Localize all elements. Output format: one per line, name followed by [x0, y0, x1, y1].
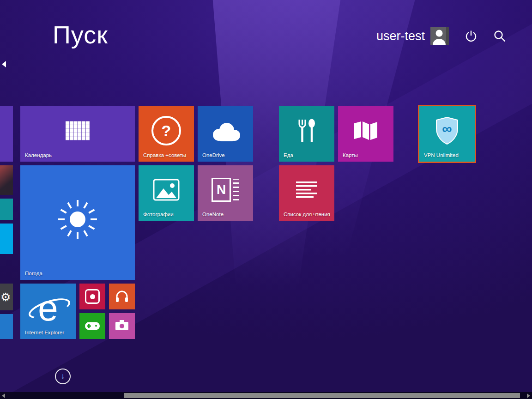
edge-tile[interactable] [0, 199, 13, 220]
internet-explorer-icon: e [29, 289, 67, 327]
search-icon[interactable] [493, 30, 506, 42]
tile-video[interactable] [79, 284, 105, 309]
apps-view-button[interactable]: ↓ [55, 369, 71, 384]
scroll-right-arrow-icon[interactable] [527, 393, 530, 398]
edge-tile[interactable] [0, 224, 13, 254]
tile-label: Справка +советы [143, 152, 186, 159]
down-arrow-icon: ↓ [61, 372, 65, 381]
user-name[interactable]: user-test [376, 29, 425, 43]
tile-label: Карты [343, 152, 358, 159]
vpn-shield-icon: ∞ [435, 116, 459, 145]
fork-spoon-icon [296, 118, 318, 143]
tile-label: VPN Unlimited [424, 152, 459, 159]
tile-internet-explorer[interactable]: e Internet Explorer [20, 284, 76, 339]
map-icon [353, 120, 378, 141]
edge-tile-photo[interactable] [0, 165, 13, 195]
horizontal-scrollbar[interactable] [0, 392, 532, 399]
tile-onedrive[interactable]: OneDrive [198, 106, 253, 162]
gamepad-icon [85, 322, 100, 330]
tile-calendar[interactable]: Календарь [20, 106, 135, 162]
svg-text:∞: ∞ [442, 121, 452, 136]
headphones-icon [115, 290, 129, 303]
edge-tile-settings[interactable]: ⚙ [0, 284, 13, 310]
tile-label: Список для чтения [284, 211, 330, 218]
tile-label: Фотографии [143, 211, 174, 218]
tile-photos[interactable]: Фотографии [139, 165, 194, 221]
camera-icon [115, 322, 128, 330]
tile-vpn-unlimited[interactable]: ∞ VPN Unlimited [418, 105, 476, 163]
page-title: Пуск [53, 20, 108, 49]
scroll-left-arrow-icon[interactable] [2, 393, 5, 398]
gear-icon: ⚙ [0, 291, 11, 303]
tile-camera[interactable] [109, 313, 135, 339]
nav-left-arrow-icon[interactable] [2, 61, 6, 67]
sun-icon [54, 195, 102, 243]
header-user-area: user-test [376, 27, 506, 45]
tile-label: OneNote [202, 211, 224, 218]
tile-games[interactable] [79, 313, 105, 339]
tile-help-tips[interactable]: ? Справка +советы [139, 106, 194, 162]
tile-label: Еда [284, 152, 293, 159]
tile-reading-list[interactable]: Список для чтения [279, 165, 334, 221]
avatar[interactable] [430, 27, 449, 45]
tile-onenote[interactable]: N OneNote [198, 165, 253, 221]
user-silhouette-icon [430, 27, 449, 45]
tile-label: Internet Explorer [25, 329, 64, 336]
photos-icon [153, 179, 180, 201]
list-icon [295, 181, 318, 199]
scrollbar-thumb[interactable] [124, 393, 520, 398]
tile-weather[interactable]: Погода [20, 165, 135, 280]
tile-label: Погода [25, 270, 42, 277]
calendar-icon [66, 121, 90, 140]
cloud-icon [207, 119, 244, 142]
edge-tile[interactable] [0, 314, 13, 339]
tile-label: OneDrive [202, 152, 225, 159]
tile-maps[interactable]: Карты [338, 106, 393, 162]
start-screen: Пуск user-test ⚙ [0, 0, 532, 399]
power-icon[interactable] [465, 30, 478, 42]
video-icon [85, 289, 100, 304]
tile-music[interactable] [109, 284, 135, 309]
tile-label: Календарь [25, 152, 52, 159]
edge-tile[interactable] [0, 106, 13, 162]
tile-food[interactable]: Еда [279, 106, 334, 162]
help-icon: ? [151, 116, 181, 145]
onenote-icon: N [212, 178, 239, 202]
